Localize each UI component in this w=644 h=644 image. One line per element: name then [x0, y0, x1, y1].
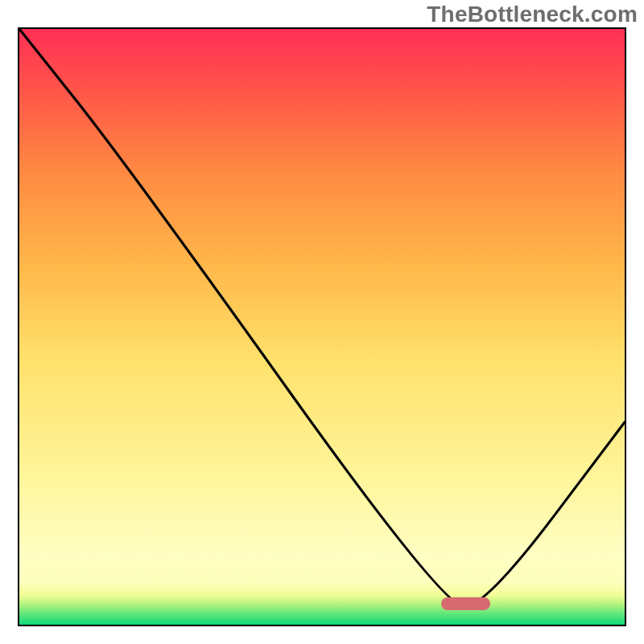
watermark-text: TheBottleneck.com [427, 2, 638, 27]
optimum-marker [441, 597, 490, 610]
figure-container: TheBottleneck.com [0, 0, 644, 644]
plot-area [18, 27, 626, 626]
gradient-background [19, 29, 625, 625]
